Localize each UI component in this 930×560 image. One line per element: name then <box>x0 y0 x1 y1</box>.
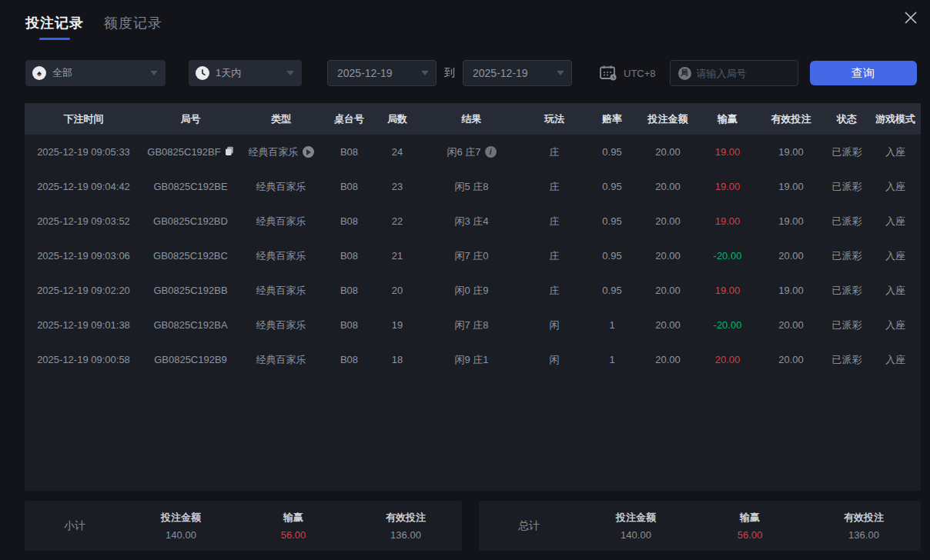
stat-value: 140.00 <box>125 529 237 541</box>
cell-play: 庄 <box>524 135 585 169</box>
date-to-select[interactable]: 2025-12-19 <box>463 60 572 86</box>
game-type-text: 经典百家乐 <box>249 145 299 159</box>
stat-value: 56.00 <box>237 529 350 541</box>
cell-bet-amount: 20.00 <box>639 135 697 169</box>
result-text: 闲5 庄8 <box>454 180 488 194</box>
tab-quota-records-label: 额度记录 <box>104 14 162 32</box>
cell-bet-amount: 20.00 <box>639 342 697 377</box>
cell-table-no: B08 <box>323 169 375 204</box>
cell-round-id: GB0825C192B9 <box>142 342 239 377</box>
cell-bet-time: 2025-12-19 09:00:58 <box>25 342 142 377</box>
replay-icon[interactable] <box>303 146 314 158</box>
total-bet-amount: 投注金额 140.00 <box>579 511 693 541</box>
game-type-dropdown[interactable]: ♠ 全部 <box>25 60 166 86</box>
cell-game-mode: 入座 <box>870 169 921 204</box>
calendar-clock-icon <box>600 65 617 81</box>
game-type-text: 经典百家乐 <box>256 353 306 367</box>
query-button[interactable]: 查询 <box>810 61 917 85</box>
cell-valid-bet: 19.00 <box>758 273 824 308</box>
tab-bet-records[interactable]: 投注记录 <box>25 14 84 40</box>
cell-table-no: B08 <box>323 204 375 238</box>
cell-valid-bet: 19.00 <box>758 169 824 204</box>
tab-quota-records[interactable]: 额度记录 <box>104 14 162 32</box>
stat-label: 有效投注 <box>350 511 462 525</box>
info-icon[interactable]: i <box>485 146 497 158</box>
table-row: 2025-12-19 09:05:33 GB0825C192BF 经典百家乐 B… <box>25 135 921 169</box>
column-header: 状态 <box>824 103 870 135</box>
round-icon: 局 <box>678 67 691 80</box>
cell-bet-amount: 20.00 <box>639 273 697 308</box>
cell-game-type: 经典百家乐 <box>239 135 323 169</box>
cell-bet-time: 2025-12-19 09:02:20 <box>25 273 142 308</box>
table-row: 2025-12-19 09:01:38 GB0825C192BA 经典百家乐 B… <box>25 308 921 342</box>
table-row: 2025-12-19 09:04:42 GB0825C192BE 经典百家乐 B… <box>25 169 921 204</box>
cell-game-mode: 入座 <box>870 308 921 342</box>
game-type-value: 全部 <box>52 66 72 80</box>
chevron-down-icon <box>286 71 294 75</box>
round-number-field[interactable]: 局 <box>670 60 798 86</box>
cell-result: 闲5 庄8 <box>420 169 524 204</box>
column-header: 游戏模式 <box>870 103 921 135</box>
cell-round-no: 19 <box>375 308 420 342</box>
cell-bet-time: 2025-12-19 09:04:42 <box>25 169 142 204</box>
cell-play: 庄 <box>524 238 585 273</box>
date-from-select[interactable]: 2025-12-19 <box>327 60 437 86</box>
cell-valid-bet: 20.00 <box>758 238 824 273</box>
round-number-input[interactable] <box>697 68 790 79</box>
subtotal-bet-amount: 投注金额 140.00 <box>125 511 237 541</box>
cell-win-loss: 19.00 <box>697 169 758 204</box>
cell-odds: 0.95 <box>585 204 639 238</box>
cell-round-no: 23 <box>375 169 420 204</box>
cell-valid-bet: 19.00 <box>758 204 824 238</box>
column-header: 类型 <box>239 103 323 135</box>
round-id-text: GB0825C192BA <box>153 319 227 331</box>
date-range-to-label: 到 <box>444 66 455 80</box>
cell-result: 闲3 庄4 <box>420 204 524 238</box>
timezone-indicator[interactable]: UTC+8 <box>600 65 656 81</box>
subtotal-win-loss: 输赢 56.00 <box>237 511 350 541</box>
cell-game-type: 经典百家乐 <box>239 169 323 204</box>
column-header: 局数 <box>375 103 420 135</box>
chevron-down-icon <box>557 71 564 75</box>
table-header-row: 下注时间局号类型桌台号局数结果玩法赔率投注金额输赢有效投注状态游戏模式 <box>25 103 921 135</box>
cell-odds: 0.95 <box>585 169 639 204</box>
cell-bet-time: 2025-12-19 09:05:33 <box>25 135 142 169</box>
tabs-bar: 投注记录 额度记录 <box>0 0 930 40</box>
spade-icon: ♠ <box>32 66 46 80</box>
cell-win-loss: 20.00 <box>697 342 758 377</box>
cell-win-loss: 19.00 <box>697 135 758 169</box>
close-button[interactable] <box>899 6 922 32</box>
timezone-label: UTC+8 <box>624 68 656 79</box>
time-range-dropdown[interactable]: 1天内 <box>189 60 302 86</box>
round-id-text: GB0825C192BC <box>153 250 228 262</box>
cell-table-no: B08 <box>323 273 375 308</box>
subtotal-valid-bet: 有效投注 136.00 <box>350 511 462 541</box>
cell-table-no: B08 <box>323 308 375 342</box>
cell-odds: 1 <box>585 342 639 377</box>
subtotal-label: 小计 <box>25 519 125 533</box>
cell-status: 已派彩 <box>824 308 870 342</box>
copy-icon[interactable] <box>225 146 234 158</box>
cell-round-id: GB0825C192BF <box>142 135 239 169</box>
active-tab-underline <box>39 38 70 40</box>
bet-records-table: 下注时间局号类型桌台号局数结果玩法赔率投注金额输赢有效投注状态游戏模式 2025… <box>25 103 921 491</box>
cell-valid-bet: 19.00 <box>758 135 824 169</box>
cell-round-no: 18 <box>375 342 420 377</box>
cell-bet-amount: 20.00 <box>639 308 697 342</box>
cell-play: 闲 <box>524 342 585 377</box>
column-header: 局号 <box>142 103 239 135</box>
cell-table-no: B08 <box>323 238 375 273</box>
cell-win-loss: -20.00 <box>697 308 758 342</box>
result-text: 闲0 庄9 <box>454 284 488 298</box>
cell-valid-bet: 20.00 <box>758 342 824 377</box>
stat-value: 136.00 <box>807 529 921 541</box>
cell-result: 闲7 庄0 <box>420 238 524 273</box>
cell-round-id: GB0825C192BE <box>142 169 239 204</box>
game-type-text: 经典百家乐 <box>256 215 306 228</box>
result-text: 闲3 庄4 <box>454 215 488 228</box>
cell-play: 庄 <box>524 204 585 238</box>
cell-play: 庄 <box>524 169 585 204</box>
cell-game-mode: 入座 <box>870 204 921 238</box>
close-icon <box>902 9 919 26</box>
round-id-text: GB0825C192BF <box>147 146 220 158</box>
